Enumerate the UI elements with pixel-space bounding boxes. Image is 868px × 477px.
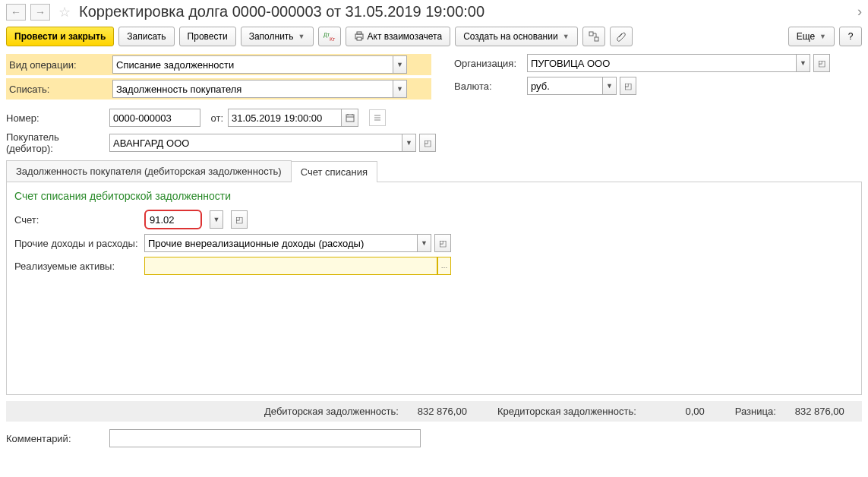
- currency-open-button[interactable]: ◰: [620, 77, 636, 95]
- other-income-input[interactable]: [144, 234, 418, 252]
- diff-label: Разница:: [735, 406, 776, 417]
- debit-label: Дебиторская задолженность:: [264, 406, 399, 417]
- chevron-down-icon: ▼: [563, 33, 570, 40]
- nav-back-button[interactable]: ←: [6, 4, 26, 21]
- org-dropdown[interactable]: ▼: [797, 54, 810, 72]
- calendar-button[interactable]: [342, 109, 358, 127]
- list-icon: [373, 113, 382, 122]
- credit-value: 0,00: [644, 406, 705, 417]
- account-label: Счет:: [14, 214, 140, 226]
- comment-label: Комментарий:: [6, 433, 105, 444]
- other-income-label: Прочие доходы и расходы:: [14, 238, 140, 249]
- page-title: Корректировка долга 0000-000003 от 31.05…: [79, 3, 485, 21]
- org-input[interactable]: [527, 54, 797, 72]
- writeoff-label: Списать:: [9, 84, 108, 95]
- account-open-button[interactable]: ◰: [231, 210, 248, 229]
- write-button[interactable]: Записать: [118, 27, 174, 46]
- nav-forward-button[interactable]: →: [30, 4, 50, 21]
- writeoff-input[interactable]: [112, 80, 393, 98]
- currency-label: Валюта:: [454, 81, 522, 92]
- calendar-icon: [346, 113, 355, 122]
- print-icon: [354, 31, 365, 42]
- other-income-open-button[interactable]: ◰: [434, 234, 451, 252]
- svg-text:Кт: Кт: [330, 36, 336, 42]
- favorite-star-icon[interactable]: ☆: [55, 4, 74, 21]
- from-label: от:: [205, 112, 223, 124]
- fill-button-label: Заполнить: [249, 31, 294, 42]
- buyer-dropdown[interactable]: ▼: [402, 134, 416, 152]
- create-based-button[interactable]: Создать на основании▼: [455, 27, 577, 46]
- act-button-label: Акт взаимозачета: [368, 31, 443, 42]
- buyer-label: Покупатель (дебитор):: [6, 131, 105, 154]
- help-button[interactable]: ?: [839, 27, 862, 46]
- act-button[interactable]: Акт взаимозачета: [346, 27, 451, 46]
- credit-label: Кредиторская задолженность:: [497, 406, 636, 417]
- currency-input[interactable]: [527, 77, 603, 95]
- date-extra-button[interactable]: [369, 109, 386, 126]
- structure-button[interactable]: [582, 27, 605, 46]
- buyer-open-button[interactable]: ◰: [419, 134, 436, 152]
- comment-input[interactable]: [109, 429, 421, 447]
- post-and-close-button[interactable]: Провести и закрыть: [6, 27, 114, 46]
- assets-input[interactable]: [144, 257, 437, 275]
- other-income-dropdown[interactable]: ▼: [418, 234, 431, 252]
- account-input[interactable]: [147, 212, 200, 227]
- org-label: Организация:: [454, 58, 522, 69]
- op-type-label: Вид операции:: [9, 59, 108, 71]
- more-label: Еще: [797, 31, 815, 42]
- attachment-button[interactable]: [610, 27, 633, 46]
- date-input[interactable]: [228, 109, 342, 127]
- paperclip-icon: [616, 31, 627, 42]
- tab-debt[interactable]: Задолженность покупателя (дебиторская за…: [6, 160, 292, 182]
- svg-rect-5: [589, 32, 593, 36]
- org-open-button[interactable]: ◰: [813, 54, 830, 72]
- assets-more-button[interactable]: …: [437, 257, 451, 275]
- writeoff-dropdown[interactable]: ▼: [393, 80, 407, 98]
- chevron-down-icon: ▼: [819, 33, 826, 40]
- dtkt-button[interactable]: ДтКт: [318, 27, 341, 46]
- fill-button[interactable]: Заполнить▼: [241, 27, 314, 46]
- op-type-input[interactable]: [112, 55, 393, 74]
- section-title: Счет списания дебиторской задолженности: [14, 190, 854, 202]
- header-expand-icon[interactable]: ›: [857, 4, 862, 20]
- account-highlight: [144, 210, 202, 229]
- svg-rect-9: [346, 115, 354, 122]
- chevron-down-icon: ▼: [298, 33, 305, 40]
- assets-label: Реализуемые активы:: [14, 261, 140, 272]
- svg-rect-4: [357, 37, 361, 40]
- op-type-dropdown[interactable]: ▼: [393, 55, 407, 74]
- tab-writeoff-account[interactable]: Счет списания: [291, 161, 377, 182]
- debit-value: 832 876,00: [406, 406, 467, 417]
- number-label: Номер:: [6, 112, 105, 124]
- diff-value: 832 876,00: [784, 406, 844, 417]
- account-dropdown[interactable]: ▼: [210, 210, 223, 229]
- more-button[interactable]: Еще▼: [788, 27, 835, 46]
- post-button[interactable]: Провести: [179, 27, 236, 46]
- currency-dropdown[interactable]: ▼: [603, 77, 617, 95]
- buyer-input[interactable]: [109, 134, 402, 152]
- svg-rect-6: [595, 37, 598, 41]
- number-input[interactable]: [109, 109, 200, 127]
- create-based-label: Создать на основании: [463, 31, 558, 42]
- structure-icon: [589, 31, 599, 42]
- svg-rect-3: [357, 32, 361, 34]
- dtkt-icon: ДтКт: [324, 31, 336, 42]
